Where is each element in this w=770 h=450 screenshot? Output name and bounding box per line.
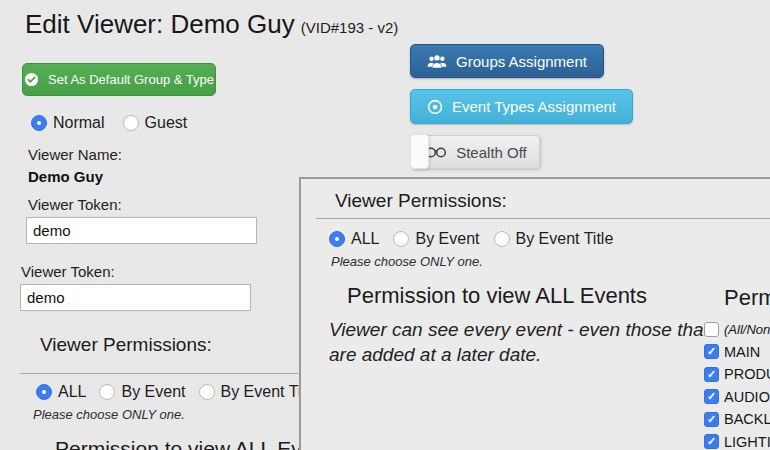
panel-choose-note: Please choose ONLY one. — [331, 254, 483, 269]
panel-divider — [316, 218, 770, 219]
checkbox-lighting[interactable]: ✓ LIGHTING — [704, 434, 770, 450]
panel-radio-all[interactable]: ALL — [329, 230, 379, 248]
edit-viewer-page: Edit Viewer: Demo Guy(VID#193 - v2) Set … — [0, 0, 770, 450]
dot-circle-icon — [427, 99, 443, 115]
stealth-label: Stealth Off — [456, 144, 527, 161]
stealth-toggle-button[interactable]: Stealth Off — [412, 135, 540, 169]
panel-right-column-heading: Permission — [724, 285, 770, 311]
panel-radio-by-event-title-control[interactable] — [494, 231, 510, 247]
viewer-token-input[interactable] — [26, 217, 257, 244]
check-circle-icon — [24, 72, 39, 87]
checkbox-lighting-label: LIGHTING — [724, 434, 770, 450]
checkbox-production[interactable]: ✓ PRODUCTION — [704, 366, 770, 382]
set-default-group-type-button[interactable]: Set As Default Group & Type — [22, 63, 216, 96]
left-radio-by-event-title-control[interactable] — [199, 384, 215, 400]
radio-normal-control[interactable] — [31, 115, 47, 131]
event-types-assignment-button[interactable]: Event Types Assignment — [410, 89, 633, 124]
checkbox-lighting-control[interactable]: ✓ — [704, 434, 719, 449]
panel-radio-by-event-label: By Event — [415, 230, 479, 248]
event-types-assignment-label: Event Types Assignment — [452, 98, 616, 115]
radio-guest[interactable]: Guest — [123, 114, 188, 132]
radio-guest-label: Guest — [145, 114, 188, 132]
left-radio-all-control[interactable] — [36, 384, 52, 400]
checkbox-audio-control[interactable]: ✓ — [704, 389, 719, 404]
viewer-token2-input[interactable] — [20, 284, 251, 311]
groups-assignment-button[interactable]: Groups Assignment — [410, 44, 604, 78]
checkbox-main-control[interactable]: ✓ — [704, 344, 719, 359]
groups-assignment-label: Groups Assignment — [456, 53, 587, 70]
all-events-description: Viewer can see every event - even those … — [329, 317, 711, 368]
viewer-token-label: Viewer Token: — [28, 196, 122, 213]
radio-normal[interactable]: Normal — [31, 114, 105, 132]
left-radio-by-event-label: By Event — [121, 383, 185, 401]
stealth-toggle-cap[interactable] — [410, 134, 429, 169]
panel-radio-by-event[interactable]: By Event — [393, 230, 479, 248]
panel-radio-by-event-title-label: By Event Title — [516, 230, 614, 248]
checkbox-main-label: MAIN — [724, 344, 760, 360]
left-radio-all-label: ALL — [58, 383, 86, 401]
checkbox-all-none[interactable]: (All/None) — [704, 322, 770, 337]
event-types-checkbox-list: (All/None) ✓ MAIN ✓ PRODUCTION ✓ AUDIO ✓… — [704, 322, 770, 450]
checkbox-production-label: PRODUCTION — [724, 366, 770, 382]
viewer-type-radio-group: Normal Guest — [31, 114, 187, 132]
panel-radio-all-control[interactable] — [329, 231, 345, 247]
panel-radio-by-event-title[interactable]: By Event Title — [494, 230, 614, 248]
checkbox-production-control[interactable]: ✓ — [704, 367, 719, 382]
left-radio-all[interactable]: ALL — [36, 383, 86, 401]
radio-guest-control[interactable] — [123, 115, 139, 131]
viewer-name-value: Demo Guy — [28, 168, 103, 185]
viewer-token2-label: Viewer Token: — [21, 263, 115, 280]
left-choose-note: Please choose ONLY one. — [33, 407, 185, 422]
panel-permission-radio-group: ALL By Event By Event Title — [329, 230, 613, 248]
viewer-permissions-panel: Viewer Permissions: ALL By Event By Even… — [299, 177, 770, 450]
set-default-label: Set As Default Group & Type — [48, 72, 214, 87]
left-radio-by-event[interactable]: By Event — [99, 383, 185, 401]
panel-radio-all-label: ALL — [351, 230, 379, 248]
radio-normal-label: Normal — [53, 114, 105, 132]
panel-radio-by-event-control[interactable] — [393, 231, 409, 247]
checkbox-all-none-label: (All/None) — [724, 322, 770, 337]
viewer-name-label: Viewer Name: — [28, 146, 122, 163]
checkbox-backline-label: BACKLINE — [724, 411, 770, 427]
users-icon — [427, 54, 447, 69]
checkbox-main[interactable]: ✓ MAIN — [704, 344, 770, 360]
left-permission-radio-group: ALL By Event By Event Title — [36, 383, 318, 401]
page-title-text: Edit Viewer: Demo Guy — [25, 9, 295, 39]
page-title: Edit Viewer: Demo Guy(VID#193 - v2) — [25, 9, 398, 40]
left-permissions-heading: Viewer Permissions: — [40, 334, 212, 356]
checkbox-audio[interactable]: ✓ AUDIO — [704, 389, 770, 405]
checkbox-all-none-control[interactable] — [704, 322, 719, 337]
checkbox-backline-control[interactable]: ✓ — [704, 412, 719, 427]
all-events-heading: Permission to view ALL Events — [347, 283, 647, 309]
left-radio-by-event-control[interactable] — [99, 384, 115, 400]
panel-heading: Viewer Permissions: — [335, 190, 507, 212]
checkbox-backline[interactable]: ✓ BACKLINE — [704, 411, 770, 427]
checkbox-audio-label: AUDIO — [724, 389, 770, 405]
viewer-id-suffix: (VID#193 - v2) — [301, 19, 399, 36]
left-permissions-divider — [20, 373, 299, 374]
